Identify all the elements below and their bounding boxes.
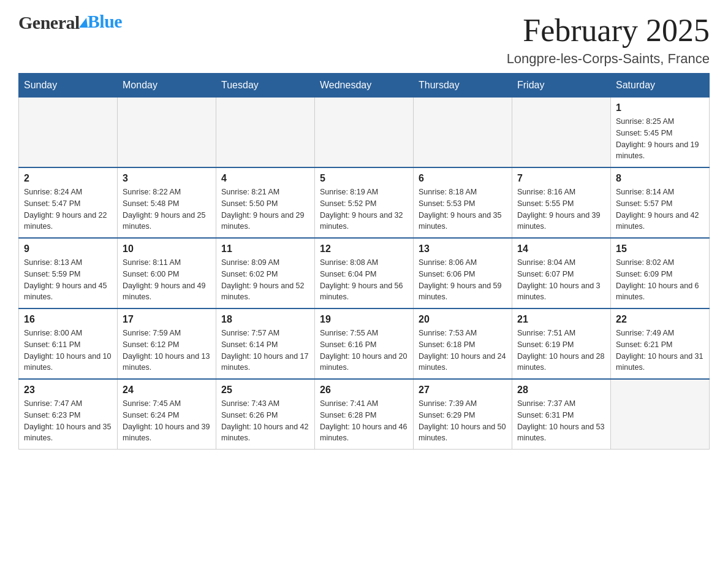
day-number: 19 bbox=[320, 314, 408, 325]
day-number: 24 bbox=[123, 385, 211, 396]
calendar-cell: 5Sunrise: 8:19 AMSunset: 5:52 PMDaylight… bbox=[315, 167, 414, 238]
weekday-header-tuesday: Tuesday bbox=[216, 74, 315, 98]
weekday-header-row: SundayMondayTuesdayWednesdayThursdayFrid… bbox=[19, 74, 710, 98]
logo: General Blue bbox=[18, 12, 122, 33]
day-number: 4 bbox=[221, 173, 309, 184]
calendar-cell bbox=[414, 98, 512, 168]
day-number: 10 bbox=[123, 243, 211, 255]
day-number: 2 bbox=[24, 173, 112, 184]
day-number: 15 bbox=[616, 243, 704, 255]
day-number: 11 bbox=[221, 243, 309, 255]
day-info: Sunrise: 8:08 AMSunset: 6:04 PMDaylight:… bbox=[320, 257, 408, 303]
calendar-cell: 21Sunrise: 7:51 AMSunset: 6:19 PMDayligh… bbox=[512, 308, 611, 379]
weekday-header-sunday: Sunday bbox=[19, 74, 118, 98]
logo-triangle-icon bbox=[79, 18, 88, 28]
page-header: General Blue February 2025 Longpre-les-C… bbox=[18, 12, 710, 67]
week-row-4: 23Sunrise: 7:47 AMSunset: 6:23 PMDayligh… bbox=[19, 379, 710, 450]
day-info: Sunrise: 7:41 AMSunset: 6:28 PMDaylight:… bbox=[320, 398, 408, 444]
calendar-cell bbox=[19, 98, 118, 168]
day-number: 12 bbox=[320, 243, 408, 255]
calendar-cell: 9Sunrise: 8:13 AMSunset: 5:59 PMDaylight… bbox=[19, 238, 118, 308]
calendar-cell: 23Sunrise: 7:47 AMSunset: 6:23 PMDayligh… bbox=[19, 379, 118, 450]
calendar-cell: 2Sunrise: 8:24 AMSunset: 5:47 PMDaylight… bbox=[19, 167, 118, 238]
calendar-cell: 24Sunrise: 7:45 AMSunset: 6:24 PMDayligh… bbox=[118, 379, 216, 450]
day-info: Sunrise: 7:57 AMSunset: 6:14 PMDaylight:… bbox=[221, 327, 309, 373]
day-info: Sunrise: 7:37 AMSunset: 6:31 PMDaylight:… bbox=[517, 398, 605, 444]
day-number: 7 bbox=[517, 173, 605, 184]
day-info: Sunrise: 8:22 AMSunset: 5:48 PMDaylight:… bbox=[123, 186, 211, 232]
calendar-cell: 8Sunrise: 8:14 AMSunset: 5:57 PMDaylight… bbox=[611, 167, 710, 238]
day-number: 17 bbox=[123, 314, 211, 325]
day-number: 21 bbox=[517, 314, 605, 325]
day-number: 26 bbox=[320, 385, 408, 396]
title-section: February 2025 Longpre-les-Corps-Saints, … bbox=[507, 12, 710, 67]
calendar-cell: 6Sunrise: 8:18 AMSunset: 5:53 PMDaylight… bbox=[414, 167, 512, 238]
calendar-cell: 4Sunrise: 8:21 AMSunset: 5:50 PMDaylight… bbox=[216, 167, 315, 238]
day-number: 13 bbox=[419, 243, 507, 255]
calendar-cell: 15Sunrise: 8:02 AMSunset: 6:09 PMDayligh… bbox=[611, 238, 710, 308]
day-info: Sunrise: 7:55 AMSunset: 6:16 PMDaylight:… bbox=[320, 327, 408, 373]
day-number: 23 bbox=[24, 385, 112, 396]
day-number: 22 bbox=[616, 314, 704, 325]
day-info: Sunrise: 8:24 AMSunset: 5:47 PMDaylight:… bbox=[24, 186, 112, 232]
day-number: 18 bbox=[221, 314, 309, 325]
calendar-cell: 7Sunrise: 8:16 AMSunset: 5:55 PMDaylight… bbox=[512, 167, 611, 238]
day-info: Sunrise: 7:53 AMSunset: 6:18 PMDaylight:… bbox=[419, 327, 507, 373]
day-info: Sunrise: 7:39 AMSunset: 6:29 PMDaylight:… bbox=[419, 398, 507, 444]
day-info: Sunrise: 8:25 AMSunset: 5:45 PMDaylight:… bbox=[616, 116, 704, 162]
day-info: Sunrise: 7:43 AMSunset: 6:26 PMDaylight:… bbox=[221, 398, 309, 444]
weekday-header-friday: Friday bbox=[512, 74, 611, 98]
day-number: 28 bbox=[517, 385, 605, 396]
day-number: 14 bbox=[517, 243, 605, 255]
week-row-1: 2Sunrise: 8:24 AMSunset: 5:47 PMDaylight… bbox=[19, 167, 710, 238]
day-info: Sunrise: 7:45 AMSunset: 6:24 PMDaylight:… bbox=[123, 398, 211, 444]
week-row-3: 16Sunrise: 8:00 AMSunset: 6:11 PMDayligh… bbox=[19, 308, 710, 379]
calendar-cell bbox=[315, 98, 414, 168]
calendar-cell: 20Sunrise: 7:53 AMSunset: 6:18 PMDayligh… bbox=[414, 308, 512, 379]
calendar-cell: 17Sunrise: 7:59 AMSunset: 6:12 PMDayligh… bbox=[118, 308, 216, 379]
calendar-cell: 13Sunrise: 8:06 AMSunset: 6:06 PMDayligh… bbox=[414, 238, 512, 308]
day-info: Sunrise: 8:19 AMSunset: 5:52 PMDaylight:… bbox=[320, 186, 408, 232]
calendar-cell: 27Sunrise: 7:39 AMSunset: 6:29 PMDayligh… bbox=[414, 379, 512, 450]
day-number: 16 bbox=[24, 314, 112, 325]
weekday-header-monday: Monday bbox=[118, 74, 216, 98]
calendar-cell: 28Sunrise: 7:37 AMSunset: 6:31 PMDayligh… bbox=[512, 379, 611, 450]
day-number: 25 bbox=[221, 385, 309, 396]
logo-general-text: General bbox=[18, 12, 80, 33]
day-number: 3 bbox=[123, 173, 211, 184]
calendar-cell bbox=[216, 98, 315, 168]
calendar-cell bbox=[118, 98, 216, 168]
day-info: Sunrise: 8:13 AMSunset: 5:59 PMDaylight:… bbox=[24, 257, 112, 303]
day-number: 5 bbox=[320, 173, 408, 184]
day-info: Sunrise: 7:49 AMSunset: 6:21 PMDaylight:… bbox=[616, 327, 704, 373]
day-info: Sunrise: 7:47 AMSunset: 6:23 PMDaylight:… bbox=[24, 398, 112, 444]
day-info: Sunrise: 8:16 AMSunset: 5:55 PMDaylight:… bbox=[517, 186, 605, 232]
calendar-cell: 18Sunrise: 7:57 AMSunset: 6:14 PMDayligh… bbox=[216, 308, 315, 379]
weekday-header-thursday: Thursday bbox=[414, 74, 512, 98]
location-label: Longpre-les-Corps-Saints, France bbox=[507, 51, 710, 67]
logo-blue-text: Blue bbox=[88, 11, 122, 32]
calendar-cell bbox=[611, 379, 710, 450]
week-row-2: 9Sunrise: 8:13 AMSunset: 5:59 PMDaylight… bbox=[19, 238, 710, 308]
calendar-cell bbox=[512, 98, 611, 168]
calendar-cell: 22Sunrise: 7:49 AMSunset: 6:21 PMDayligh… bbox=[611, 308, 710, 379]
calendar-cell: 1Sunrise: 8:25 AMSunset: 5:45 PMDaylight… bbox=[611, 98, 710, 168]
day-number: 20 bbox=[419, 314, 507, 325]
day-info: Sunrise: 8:04 AMSunset: 6:07 PMDaylight:… bbox=[517, 257, 605, 303]
day-info: Sunrise: 7:51 AMSunset: 6:19 PMDaylight:… bbox=[517, 327, 605, 373]
day-info: Sunrise: 8:00 AMSunset: 6:11 PMDaylight:… bbox=[24, 327, 112, 373]
day-number: 1 bbox=[616, 102, 704, 113]
month-title: February 2025 bbox=[507, 12, 710, 48]
week-row-0: 1Sunrise: 8:25 AMSunset: 5:45 PMDaylight… bbox=[19, 98, 710, 168]
calendar-cell: 10Sunrise: 8:11 AMSunset: 6:00 PMDayligh… bbox=[118, 238, 216, 308]
weekday-header-wednesday: Wednesday bbox=[315, 74, 414, 98]
calendar-cell: 19Sunrise: 7:55 AMSunset: 6:16 PMDayligh… bbox=[315, 308, 414, 379]
day-number: 6 bbox=[419, 173, 507, 184]
day-info: Sunrise: 8:11 AMSunset: 6:00 PMDaylight:… bbox=[123, 257, 211, 303]
calendar-cell: 14Sunrise: 8:04 AMSunset: 6:07 PMDayligh… bbox=[512, 238, 611, 308]
day-info: Sunrise: 8:09 AMSunset: 6:02 PMDaylight:… bbox=[221, 257, 309, 303]
day-info: Sunrise: 8:18 AMSunset: 5:53 PMDaylight:… bbox=[419, 186, 507, 232]
calendar-cell: 25Sunrise: 7:43 AMSunset: 6:26 PMDayligh… bbox=[216, 379, 315, 450]
day-number: 9 bbox=[24, 243, 112, 255]
calendar-cell: 11Sunrise: 8:09 AMSunset: 6:02 PMDayligh… bbox=[216, 238, 315, 308]
